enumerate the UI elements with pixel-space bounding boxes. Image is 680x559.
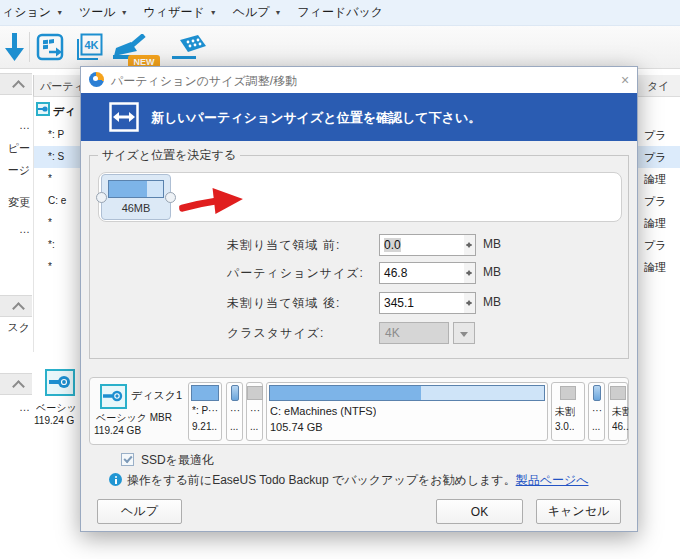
sidebar-item[interactable]: … xyxy=(0,119,30,131)
chevron-down-icon: ▼ xyxy=(210,9,217,16)
partition-row-name[interactable]: * xyxy=(48,217,52,228)
product-page-link[interactable]: 製品ページへ xyxy=(516,473,589,487)
used-space-bar xyxy=(269,385,545,401)
block-name: C: eMachines (NTFS) xyxy=(270,405,376,417)
column-header-partition[interactable]: パーティ xyxy=(40,79,85,94)
wipe-data-icon[interactable] xyxy=(170,33,208,63)
group-legend: サイズと位置を決定する xyxy=(98,147,240,164)
4k-alignment-icon[interactable]: 4K xyxy=(76,33,103,61)
left-resize-handle[interactable] xyxy=(96,192,107,203)
sidebar-item[interactable]: … xyxy=(0,223,30,235)
partition-row-name[interactable]: *: P xyxy=(48,129,64,140)
ok-button[interactable]: OK xyxy=(436,499,523,524)
unallocated-before-label: 未割り当て領域 前: xyxy=(227,237,340,254)
cluster-size-combo: 4K xyxy=(379,322,449,344)
menu-partition-label: ィション xyxy=(2,4,51,21)
disk-map-block-c-drive[interactable]: C: eMachines (NTFS) 105.74 GB xyxy=(266,382,548,441)
resize-arrow-icon xyxy=(109,102,139,132)
ssd-optimize-checkbox[interactable] xyxy=(121,453,134,466)
block-size: 105.74 GB xyxy=(270,421,323,433)
disk-row-label[interactable]: ディ xyxy=(53,104,76,119)
migrate-os-icon[interactable] xyxy=(36,33,64,61)
menu-tools-label: ツール xyxy=(79,4,116,21)
toolbar-separator xyxy=(29,32,30,62)
ssd-optimize-label[interactable]: SSDを最適化 xyxy=(141,452,214,469)
unallocated-after-spinner[interactable] xyxy=(464,292,476,314)
disk-icon xyxy=(36,102,50,116)
partition-size-spinner[interactable] xyxy=(464,262,476,284)
disk-map-block[interactable]: 未割 3.0.. xyxy=(551,382,585,441)
block-size: ... xyxy=(592,421,600,432)
disk-scheme-text: MBR xyxy=(150,412,172,423)
unallocated-before-input[interactable]: 0.0 xyxy=(379,234,465,256)
partition-row-type[interactable]: プラ xyxy=(644,128,667,143)
menu-partition[interactable]: ィション▼ xyxy=(2,4,63,21)
menu-feedback[interactable]: フィードバック xyxy=(297,4,383,21)
partition-row-type[interactable]: プラ xyxy=(644,150,667,165)
partition-row-name[interactable]: C: e xyxy=(48,195,66,206)
block-size: 46... xyxy=(612,421,629,432)
partition-row-name[interactable]: * xyxy=(48,173,52,184)
unallocated-before-spinner[interactable] xyxy=(464,234,476,256)
disk-map-block[interactable]: ··· ... xyxy=(226,382,243,441)
menu-help[interactable]: ヘルプ▼ xyxy=(233,4,282,21)
bg-disk-size: 119.24 G xyxy=(34,415,74,426)
unit-label: MB xyxy=(483,265,501,279)
partition-row-type[interactable]: プラ xyxy=(644,238,667,253)
partition-row-name[interactable]: * xyxy=(48,261,52,272)
partition-row-name[interactable]: *: S xyxy=(48,151,64,162)
right-resize-handle[interactable] xyxy=(165,192,176,203)
partition-row-type[interactable]: プラ xyxy=(644,194,667,209)
spin-down-icon[interactable] xyxy=(466,244,472,251)
combo-value: 4K xyxy=(385,326,400,340)
backup-notice-text: 操作をする前にEaseUS Todo Backup でバックアップをお勧めします… xyxy=(127,473,516,487)
spin-down-icon[interactable] xyxy=(466,302,472,309)
block-name: ··· xyxy=(230,405,240,416)
partition-row-type[interactable]: 論理 xyxy=(644,172,666,187)
disk-map-block[interactable]: *: P··· 9.21.. xyxy=(188,382,222,441)
block-size: 9.21.. xyxy=(192,421,217,432)
spin-down-icon[interactable] xyxy=(466,272,472,279)
block-size: 3.0.. xyxy=(555,421,574,432)
help-button[interactable]: ヘルプ xyxy=(97,499,182,524)
partition-slider-track[interactable]: 46MB xyxy=(98,172,622,222)
block-name: 未割 xyxy=(612,405,629,419)
menu-bar: ィション▼ ツール▼ ウィザード▼ ヘルプ▼ フィードバック xyxy=(0,0,680,26)
sidebar-section-header[interactable] xyxy=(0,73,32,95)
sidebar-section-header[interactable] xyxy=(0,295,32,317)
sidebar-item[interactable]: … xyxy=(0,401,30,413)
bg-disk-type: ベーシッ xyxy=(36,401,77,415)
chevron-down-icon: ▼ xyxy=(274,9,281,16)
dialog-title: パーティションのサイズ調整/移動 xyxy=(111,73,297,90)
partition-row-type[interactable]: 論理 xyxy=(644,260,666,275)
menu-tools[interactable]: ツール▼ xyxy=(79,4,128,21)
disk-map-block[interactable]: ··· ... xyxy=(588,382,605,441)
close-icon[interactable]: × xyxy=(615,70,635,90)
disk-map-block[interactable]: ··· ... xyxy=(246,382,263,441)
partition-row-name[interactable]: *: xyxy=(48,239,55,250)
partition-size-input[interactable]: 46.8 xyxy=(379,262,465,284)
block-size: ... xyxy=(250,421,258,432)
sidebar-item[interactable]: スク xyxy=(0,320,30,335)
partial-toolbar-icon[interactable] xyxy=(0,33,24,63)
resize-move-dialog: パーティションのサイズ調整/移動 × 新しいパーティションサイズと位置を確認して… xyxy=(80,66,638,532)
dialog-banner: 新しいパーティションサイズと位置を確認して下さい。 xyxy=(81,93,637,141)
unallocated-after-input[interactable]: 345.1 xyxy=(379,292,465,314)
disk-map-block[interactable]: 未割 46... xyxy=(608,382,628,441)
unit-label: MB xyxy=(483,295,501,309)
sidebar-section-header[interactable] xyxy=(0,373,32,395)
partition-slider-block[interactable]: 46MB xyxy=(101,174,171,220)
sidebar-item[interactable]: ージ xyxy=(0,163,30,178)
menu-wizard[interactable]: ウィザード▼ xyxy=(144,4,217,21)
input-value: 0.0 xyxy=(384,238,401,252)
column-header-type[interactable]: タイ xyxy=(647,79,670,94)
sidebar-item[interactable]: 変更 xyxy=(0,195,30,210)
info-icon xyxy=(109,473,122,486)
sidebar-item[interactable]: ピー xyxy=(0,141,30,156)
chevron-up-icon xyxy=(12,302,25,315)
partition-row-type[interactable]: 論理 xyxy=(644,216,666,231)
app-logo-icon xyxy=(89,72,104,87)
disk-icon xyxy=(45,369,75,396)
partition-size-field-label: パーティションサイズ: xyxy=(227,265,364,282)
cancel-button[interactable]: キャンセル xyxy=(536,499,621,524)
